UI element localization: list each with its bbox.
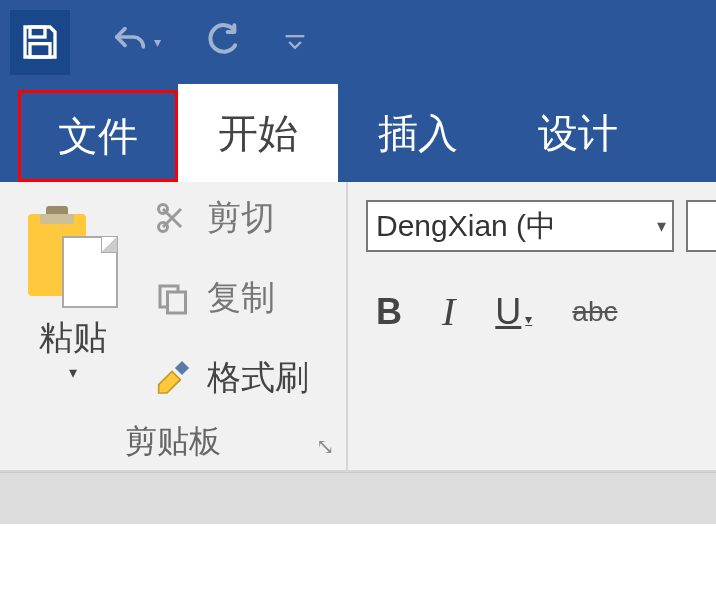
redo-button[interactable] — [201, 22, 241, 62]
save-icon — [20, 22, 60, 62]
quick-access-toolbar: ▾ — [0, 0, 716, 84]
bold-button[interactable]: B — [376, 291, 402, 333]
home-tab[interactable]: 开始 — [178, 84, 338, 182]
svg-rect-6 — [168, 292, 186, 313]
clipboard-group: 粘贴 ▾ 剪切 复制 — [0, 182, 348, 470]
ribbon: 粘贴 ▾ 剪切 复制 — [0, 182, 716, 472]
svg-rect-0 — [30, 27, 45, 37]
paste-icon — [28, 214, 118, 309]
clipboard-group-body: 粘贴 ▾ 剪切 复制 — [0, 182, 346, 414]
clipboard-actions: 剪切 复制 格式刷 — [145, 182, 346, 414]
file-tab[interactable]: 文件 — [18, 90, 178, 182]
font-row-style: B I U ▾ abc — [366, 288, 716, 335]
ruler-strip — [0, 472, 716, 524]
font-group: DengXian (中 ▾ B I U ▾ abc — [348, 182, 716, 470]
font-name-value: DengXian (中 — [376, 206, 556, 247]
chevron-down-icon: ▾ — [657, 215, 666, 237]
customize-qat-button[interactable] — [281, 28, 309, 56]
font-name-combo[interactable]: DengXian (中 ▾ — [366, 200, 674, 252]
save-button[interactable] — [10, 10, 70, 75]
format-painter-button[interactable]: 格式刷 — [151, 355, 346, 401]
svg-rect-1 — [30, 44, 50, 57]
format-painter-icon — [151, 358, 193, 398]
copy-icon — [151, 280, 193, 316]
redo-icon — [201, 22, 241, 62]
undo-button[interactable]: ▾ — [110, 22, 161, 62]
underline-button[interactable]: U ▾ — [495, 291, 532, 333]
clipboard-group-label: 剪贴板 ⤡ — [0, 414, 346, 470]
copy-label: 复制 — [207, 275, 275, 321]
format-painter-label: 格式刷 — [207, 355, 309, 401]
underline-dropdown-icon: ▾ — [525, 311, 532, 327]
undo-icon — [110, 22, 150, 62]
font-row-name-size: DengXian (中 ▾ — [366, 200, 716, 252]
insert-tab[interactable]: 插入 — [338, 84, 498, 182]
italic-button[interactable]: I — [442, 288, 455, 335]
copy-button[interactable]: 复制 — [151, 275, 346, 321]
customize-icon — [281, 28, 309, 56]
document-area[interactable] — [0, 524, 716, 591]
strikethrough-button[interactable]: abc — [572, 296, 617, 328]
paste-label: 粘贴 — [39, 315, 107, 361]
cut-label: 剪切 — [207, 195, 275, 241]
clipboard-dialog-launcher[interactable]: ⤡ — [316, 434, 334, 460]
font-size-combo[interactable] — [686, 200, 716, 252]
ribbon-tabs: 文件 开始 插入 设计 — [0, 84, 716, 182]
cut-icon — [151, 200, 193, 236]
cut-button[interactable]: 剪切 — [151, 195, 346, 241]
paste-dropdown[interactable]: ▾ — [69, 363, 77, 382]
svg-rect-7 — [175, 361, 189, 375]
underline-label: U — [495, 291, 521, 333]
paste-button[interactable]: 粘贴 ▾ — [0, 182, 145, 414]
design-tab[interactable]: 设计 — [498, 84, 658, 182]
